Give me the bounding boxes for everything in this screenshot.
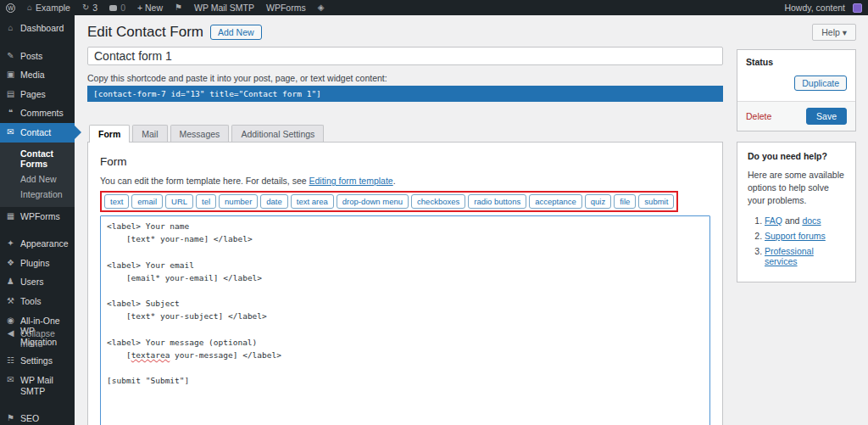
submenu-add-new[interactable]: Add New bbox=[0, 171, 75, 187]
faq-link[interactable]: FAQ bbox=[765, 215, 782, 226]
wpforms-icon: ▦ bbox=[6, 211, 15, 221]
tag-button-quiz[interactable]: quiz bbox=[585, 194, 611, 209]
tab-messages[interactable]: Messages bbox=[170, 125, 230, 142]
contact-submenu: Contact Forms Add New Integration bbox=[0, 143, 75, 207]
form-panel-description: You can edit the form template here. For… bbox=[100, 176, 710, 186]
form-template-editor[interactable]: <label> Your name [text* your-name] </la… bbox=[100, 215, 710, 425]
litespeed-toolbar-item[interactable]: ◈ bbox=[312, 0, 331, 15]
tab-form[interactable]: Form bbox=[89, 125, 130, 143]
tag-button-acceptance[interactable]: acceptance bbox=[529, 194, 582, 209]
tag-button-tel[interactable]: tel bbox=[196, 194, 216, 209]
updates-count: 3 bbox=[92, 3, 97, 13]
tag-button-url[interactable]: URL bbox=[165, 194, 193, 209]
status-heading: Status bbox=[737, 50, 855, 70]
posts-icon: ✎ bbox=[6, 51, 15, 61]
tag-button-email[interactable]: email bbox=[131, 194, 163, 209]
tag-button-number[interactable]: number bbox=[219, 194, 258, 209]
sidebar-item-pages[interactable]: ▤ Pages bbox=[0, 85, 75, 104]
page-title: Edit Contact Form bbox=[87, 24, 203, 41]
duplicate-button[interactable]: Duplicate bbox=[794, 75, 847, 91]
comments-icon bbox=[109, 5, 117, 11]
plugins-icon: ❖ bbox=[6, 258, 15, 268]
tools-icon: ⚒ bbox=[6, 296, 15, 306]
home-icon: ⌂ bbox=[27, 3, 32, 12]
delete-link[interactable]: Delete bbox=[746, 111, 771, 121]
support-forums-link[interactable]: Support forums bbox=[765, 231, 826, 241]
tab-mail[interactable]: Mail bbox=[132, 125, 167, 142]
sidebar-item-wp-mail-smtp[interactable]: ✉ WP Mail SMTP bbox=[0, 371, 75, 400]
tag-button-submit[interactable]: submit bbox=[638, 194, 674, 209]
form-title-input[interactable] bbox=[87, 47, 723, 65]
need-help-item-support: Support forums bbox=[765, 231, 845, 241]
site-name-menu[interactable]: ⌂ Example bbox=[21, 0, 76, 15]
need-help-item-services: Professional services bbox=[765, 246, 845, 266]
new-content-menu[interactable]: + New bbox=[131, 0, 169, 15]
tab-additional-settings[interactable]: Additional Settings bbox=[231, 125, 324, 142]
pages-icon: ▤ bbox=[6, 89, 15, 99]
site-name-label: Example bbox=[36, 3, 70, 13]
sidebar-item-plugins[interactable]: ❖ Plugins bbox=[0, 254, 75, 273]
need-help-intro: Here are some available options to help … bbox=[748, 169, 845, 208]
new-label: + New bbox=[137, 3, 163, 13]
sidebar-item-media[interactable]: ▣ Media bbox=[0, 65, 75, 85]
wp-mail-smtp-toolbar-item[interactable]: WP Mail SMTP bbox=[188, 0, 260, 15]
tag-button-checkboxes[interactable]: checkboxes bbox=[411, 194, 465, 209]
media-icon: ▣ bbox=[6, 70, 15, 80]
contact-form-7-icon: ⚑ bbox=[175, 3, 182, 12]
sidebar-item-wpforms[interactable]: ▦ WPForms bbox=[0, 207, 75, 226]
main-content: Edit Contact Form Add New Copy this shor… bbox=[75, 15, 868, 425]
sidebar-item-contact[interactable]: ✉ Contact bbox=[0, 123, 75, 143]
comments-menu[interactable]: 0 bbox=[103, 0, 131, 15]
sidebar-item-users[interactable]: ♟ Users bbox=[0, 272, 75, 292]
form-panel: Form You can edit the form template here… bbox=[87, 142, 723, 425]
tag-button-file[interactable]: file bbox=[614, 194, 636, 209]
tag-button-text[interactable]: text bbox=[104, 194, 129, 209]
shortcode-hint: Copy this shortcode and paste it into yo… bbox=[87, 73, 723, 83]
wordpress-logo-icon: W bbox=[6, 3, 15, 13]
add-new-button[interactable]: Add New bbox=[210, 25, 262, 40]
docs-link[interactable]: docs bbox=[802, 215, 821, 226]
submenu-integration[interactable]: Integration bbox=[0, 187, 75, 202]
comments-count: 0 bbox=[120, 3, 125, 13]
submenu-contact-forms[interactable]: Contact Forms bbox=[0, 146, 75, 171]
sidebar-item-settings[interactable]: ☷ Settings bbox=[0, 351, 75, 371]
editing-form-template-link[interactable]: Editing form template bbox=[309, 176, 393, 186]
sidebar-item-comments[interactable]: ❝ Comments bbox=[0, 103, 75, 123]
need-help-box: Do you need help? Here are some availabl… bbox=[737, 142, 856, 282]
appearance-icon: ✦ bbox=[6, 238, 15, 249]
users-icon: ♟ bbox=[6, 277, 15, 287]
tag-button-date[interactable]: date bbox=[260, 194, 288, 209]
tag-button-drop-down-menu[interactable]: drop-down menu bbox=[337, 194, 409, 209]
tag-button-text-area[interactable]: text area bbox=[291, 194, 334, 209]
sidebar-item-posts[interactable]: ✎ Posts bbox=[0, 47, 75, 66]
wp-logo-menu[interactable]: W bbox=[0, 0, 21, 15]
avatar bbox=[853, 3, 862, 13]
sidebar-collapse-menu[interactable]: ◀ Collapse menu bbox=[0, 324, 75, 354]
help-dropdown-button[interactable]: Help ▾ bbox=[812, 24, 856, 41]
shortcode-field[interactable]: [contact-form-7 id="13" title="Contact f… bbox=[87, 86, 723, 102]
need-help-heading: Do you need help? bbox=[748, 151, 845, 161]
editor-tabs: Form Mail Messages Additional Settings bbox=[87, 125, 723, 142]
sidebar-item-tools[interactable]: ⚒ Tools bbox=[0, 292, 75, 311]
cf7-toolbar-item[interactable]: ⚑ bbox=[169, 0, 188, 15]
tag-button-radio-buttons[interactable]: radio buttons bbox=[468, 194, 526, 209]
professional-services-link[interactable]: Professional services bbox=[765, 246, 814, 266]
tag-generator-toolbar-highlight: text email URL tel number date text area… bbox=[100, 191, 678, 212]
wp-mail-smtp-label: WP Mail SMTP bbox=[194, 3, 254, 13]
need-help-item-faq: FAQ and docs bbox=[765, 215, 845, 226]
admin-sidebar: ⌂ Dashboard ✎ Posts ▣ Media ▤ Pages ❝ Co… bbox=[0, 15, 75, 425]
updates-menu[interactable]: ↻ 3 bbox=[76, 0, 103, 15]
settings-icon: ☷ bbox=[6, 355, 15, 366]
save-button[interactable]: Save bbox=[806, 108, 847, 125]
litespeed-icon: ◈ bbox=[318, 3, 325, 12]
sidebar-item-dashboard[interactable]: ⌂ Dashboard bbox=[0, 19, 75, 38]
wpforms-label: WPForms bbox=[266, 3, 306, 13]
comments-bubble-icon: ❝ bbox=[6, 108, 15, 118]
wpforms-toolbar-item[interactable]: WPForms bbox=[260, 0, 312, 15]
seo-icon: ⚑ bbox=[6, 413, 15, 423]
sidebar-item-appearance[interactable]: ✦ Appearance bbox=[0, 234, 75, 254]
collapse-icon: ◀ bbox=[6, 328, 15, 338]
account-menu[interactable]: Howdy, content bbox=[778, 3, 868, 13]
dashboard-icon: ⌂ bbox=[6, 23, 15, 33]
sidebar-item-seo[interactable]: ⚑ SEO bbox=[0, 409, 75, 425]
